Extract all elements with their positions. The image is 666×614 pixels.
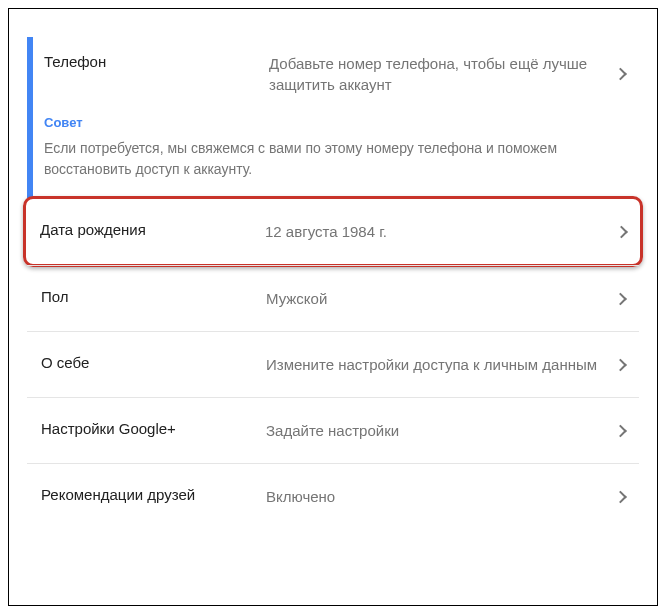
- birth-label: Дата рождения: [40, 221, 265, 238]
- tip-text: Если потребуется, мы свяжемся с вами по …: [44, 138, 629, 180]
- gender-label: Пол: [41, 288, 266, 305]
- row-gender[interactable]: Пол Мужской: [27, 265, 639, 331]
- tip-label: Совет: [44, 115, 629, 130]
- gender-value: Мужской: [266, 288, 629, 309]
- row-phone[interactable]: Телефон Добавьте номер телефона, чтобы е…: [30, 37, 639, 111]
- row-about[interactable]: О себе Измените настройки доступа к личн…: [27, 331, 639, 397]
- gplus-label: Настройки Google+: [41, 420, 266, 437]
- gplus-value: Задайте настройки: [266, 420, 629, 441]
- phone-tip: Совет Если потребуется, мы свяжемся с ва…: [30, 111, 639, 198]
- row-googleplus[interactable]: Настройки Google+ Задайте настройки: [27, 397, 639, 463]
- row-friend-recommendations[interactable]: Рекомендации друзей Включено: [27, 463, 639, 529]
- about-label: О себе: [41, 354, 266, 371]
- phone-value: Добавьте номер телефона, чтобы ещё лучше…: [269, 53, 629, 95]
- friends-label: Рекомендации друзей: [41, 486, 266, 503]
- birth-value: 12 августа 1984 г.: [265, 221, 630, 242]
- about-value: Измените настройки доступа к личным данн…: [266, 354, 629, 375]
- row-birthdate[interactable]: Дата рождения 12 августа 1984 г.: [23, 196, 643, 267]
- friends-value: Включено: [266, 486, 629, 507]
- settings-panel: Телефон Добавьте номер телефона, чтобы е…: [8, 8, 658, 606]
- phone-label: Телефон: [44, 53, 269, 70]
